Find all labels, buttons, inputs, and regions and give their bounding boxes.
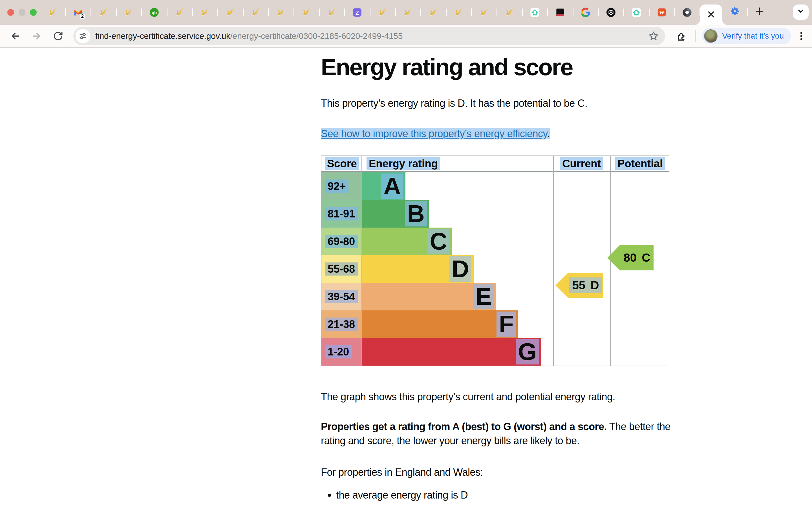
reload-icon [53, 31, 63, 41]
gear-icon [730, 6, 740, 18]
tab-strip: 2 qb Z W [0, 0, 812, 25]
sparkle-icon [479, 8, 489, 17]
zotero-icon: Z [352, 8, 362, 17]
pinned-tab-home[interactable] [624, 0, 649, 25]
link-suffix: . [547, 128, 550, 139]
tab-settings[interactable] [722, 0, 747, 25]
extensions-button[interactable] [676, 31, 687, 41]
epc-band-row-b: 81-91 B [321, 200, 669, 228]
pinned-tab-sparkle[interactable] [218, 0, 243, 25]
pinned-tab-sparkle[interactable] [370, 0, 395, 25]
home-icon [530, 8, 540, 17]
score-range: 1-20 [325, 345, 352, 358]
forward-icon [31, 31, 42, 42]
toolbar-right: Verify that it's you [671, 28, 806, 44]
toolbar-divider [695, 31, 696, 42]
score-cell: 55-68 [321, 255, 361, 283]
ratings-explainer-bold: Properties get a rating from A (best) to… [321, 421, 607, 432]
pinned-tab-zotero[interactable]: Z [345, 0, 370, 25]
bookmark-button[interactable] [648, 31, 659, 41]
url-path: /energy-certificate/0300-2185-6020-2499-… [231, 31, 403, 41]
header-potential: Potential [615, 157, 665, 170]
epc-band-row-e: 39-54 E [321, 283, 669, 311]
sparkle-icon [99, 8, 108, 17]
zoom-window-button[interactable] [30, 9, 37, 16]
address-bar[interactable]: find-energy-certificate.service.gov.uk/e… [73, 27, 665, 45]
score-cell: 92+ [321, 172, 361, 200]
close-window-button[interactable] [7, 9, 14, 16]
averages-list: the average energy rating is Dthe averag… [321, 488, 682, 507]
band-bar: C [362, 228, 452, 255]
band-letter: D [449, 256, 471, 282]
sparkle-icon [454, 8, 463, 17]
pinned-tab-quickbooks[interactable]: qb [142, 0, 167, 25]
pinned-tab-sparkle[interactable] [294, 0, 319, 25]
pinned-tab-sparkle[interactable] [40, 0, 65, 25]
epc-band-row-g: 1-20 G [321, 338, 669, 365]
band-letter: G [516, 339, 539, 364]
epc-band-row-a: 92+ A [321, 172, 669, 200]
header-current: Current [560, 157, 603, 170]
reload-button[interactable] [51, 29, 65, 43]
average-bullet: the average energy rating is D [336, 488, 682, 503]
sparkle-icon [200, 8, 210, 17]
pinned-tab-wattpad[interactable]: W [649, 0, 674, 25]
browser-menu-button[interactable] [796, 31, 806, 41]
epc-header-row: Score Energy rating Current Potential [321, 156, 669, 172]
sparkle-icon [48, 8, 57, 17]
current-band: D [591, 279, 599, 292]
active-tab[interactable] [700, 4, 722, 25]
new-tab-button[interactable] [747, 0, 772, 25]
pinned-tab-google[interactable] [573, 0, 598, 25]
potential-band: C [642, 251, 650, 265]
site-info-button[interactable] [75, 29, 90, 43]
score-range: 39-54 [325, 290, 358, 303]
back-icon [10, 31, 21, 42]
improve-efficiency-link[interactable]: See how to improve this property’s energ… [321, 128, 547, 139]
url-text[interactable]: find-energy-certificate.service.gov.uk/e… [95, 31, 403, 41]
average-bullet: the average energy score is 60 [336, 504, 682, 507]
back-button[interactable] [8, 29, 22, 43]
unread-badge: 2 [80, 14, 85, 19]
pinned-tab-sparkle[interactable] [395, 0, 421, 25]
pinned-tab-sparkle[interactable] [446, 0, 471, 25]
gmail-icon: 2 [73, 8, 83, 17]
pinned-tab-sparkle[interactable] [497, 0, 522, 25]
band-letter: E [473, 284, 494, 309]
band-bar: B [362, 200, 429, 228]
pinned-tab-sparkle[interactable] [116, 0, 142, 25]
pinned-tab-sparkle[interactable] [243, 0, 268, 25]
sparkle-icon [378, 8, 388, 17]
tab-search-button[interactable] [793, 4, 809, 20]
minimize-window-button[interactable] [18, 9, 26, 16]
score-range: 81-91 [325, 207, 358, 221]
three-dots-icon [796, 31, 806, 41]
pinned-tab-sparkle[interactable] [91, 0, 116, 25]
url-domain: find-energy-certificate.service.gov.uk [95, 31, 231, 41]
pinned-tab-sparkle[interactable] [471, 0, 497, 25]
sparkle-icon [175, 8, 185, 17]
forward-button[interactable] [29, 29, 44, 43]
pinned-tab-home[interactable] [522, 0, 548, 25]
header-score: Score [325, 157, 359, 170]
pinned-tab-sparkle[interactable] [319, 0, 345, 25]
ratings-explainer: Properties get a rating from A (best) to… [321, 420, 682, 448]
chevron-down-icon [797, 7, 805, 17]
score-range: 69-80 [325, 235, 358, 248]
close-icon[interactable] [708, 10, 714, 20]
pinned-tab-sparkle[interactable] [167, 0, 192, 25]
current-rating-value: 55D [569, 277, 602, 293]
chrome-gray-icon [682, 8, 692, 17]
score-cell: 21-38 [321, 311, 361, 338]
pinned-tab-sparkle[interactable] [268, 0, 294, 25]
profile-chip[interactable]: Verify that it's you [702, 28, 791, 44]
wattpad-icon: W [657, 8, 666, 17]
pinned-tab-sparkle[interactable] [192, 0, 218, 25]
pinned-tab-gmail[interactable]: 2 [65, 0, 91, 25]
pinned-tab-black-red-flag[interactable] [548, 0, 573, 25]
pinned-tab-sparkle[interactable] [421, 0, 446, 25]
sparkle-icon [251, 8, 260, 17]
page-content: Energy rating and score This property’s … [0, 48, 812, 507]
pinned-tab-chatgpt[interactable] [598, 0, 624, 25]
sparkle-icon [327, 8, 337, 17]
